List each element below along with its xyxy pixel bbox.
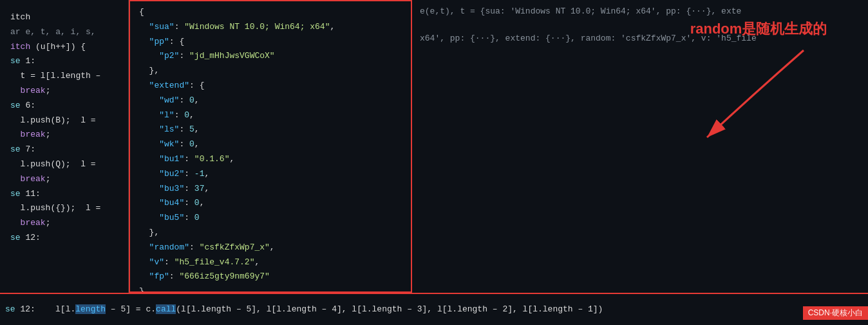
call-highlight: call bbox=[156, 304, 176, 314]
code-line: ar e, t, a, i, s, bbox=[8, 25, 120, 40]
json-line: "sua": "Windows NT 10.0; Win64; x64", bbox=[137, 20, 404, 35]
json-line: "ls": 5, bbox=[137, 123, 404, 137]
length-highlight-1: length bbox=[75, 304, 106, 314]
code-line: se 7: bbox=[8, 143, 120, 157]
json-line: "bu1": "0.1.6", bbox=[137, 152, 404, 167]
code-line: break; bbox=[8, 84, 120, 99]
json-content: { "sua": "Windows NT 10.0; Win64; x64", … bbox=[129, 0, 412, 304]
code-line: se 6: bbox=[8, 99, 120, 113]
code-line: itch (u[h++]) { bbox=[8, 40, 120, 55]
json-line: "fp": "666iz5gty9nm69y7" bbox=[137, 270, 404, 284]
json-line: "wd": 0, bbox=[137, 94, 404, 108]
json-line: "p2": "jd_mHhJwsVGWCoX" bbox=[137, 49, 404, 64]
annotation-text: random是随机生成的 bbox=[688, 19, 829, 39]
left-panel: itch ar e, t, a, i, s, itch (u[h++]) { s… bbox=[0, 0, 129, 325]
middle-panel: { "sua": "Windows NT 10.0; Win64; x64", … bbox=[129, 0, 412, 325]
json-line: "bu3": 37, bbox=[137, 182, 404, 197]
code-line: break; bbox=[8, 128, 120, 143]
right-panel: random是随机生成的 e(e,t), t = {sua: 'Windows … bbox=[412, 0, 868, 325]
json-line: "wk": 0, bbox=[137, 137, 404, 152]
right-line-1: e(e,t), t = {sua: 'Windows NT 10.0; Win6… bbox=[420, 5, 860, 19]
code-line: break; bbox=[8, 216, 120, 231]
code-line: se 12: bbox=[8, 231, 120, 246]
code-line: se 1: bbox=[8, 54, 120, 69]
main-container: itch ar e, t, a, i, s, itch (u[h++]) { s… bbox=[0, 0, 868, 325]
code-line: l.push({}); l = bbox=[8, 201, 120, 216]
code-line: t = l[l.length – bbox=[8, 69, 120, 84]
left-code: itch ar e, t, a, i, s, itch (u[h++]) { s… bbox=[0, 5, 128, 251]
code-line: break; bbox=[8, 172, 120, 187]
json-line: }, bbox=[137, 226, 404, 241]
json-line: "v": "h5_file_v4.7.2", bbox=[137, 255, 404, 270]
csdn-badge: CSDN·硬核小白 bbox=[803, 306, 868, 320]
json-line: "l": 0, bbox=[137, 108, 404, 123]
code-line: l.push(B); l = bbox=[8, 113, 120, 128]
json-line: "bu5": 0 bbox=[137, 211, 404, 226]
json-line: "bu4": 0, bbox=[137, 196, 404, 211]
bottom-bar: se 12: l[l.length – 5] = c.call(l[l.leng… bbox=[0, 293, 868, 325]
json-line: "extend": { bbox=[137, 79, 404, 94]
json-line: }, bbox=[137, 64, 404, 79]
code-line: itch bbox=[8, 10, 120, 25]
bottom-code: se 12: l[l.length – 5] = c.call(l[l.leng… bbox=[5, 304, 603, 315]
code-line: l.push(Q); l = bbox=[8, 157, 120, 172]
json-line: { bbox=[137, 5, 404, 20]
code-line: se 11: bbox=[8, 187, 120, 202]
json-line: "random": "csfkZfxWp7_x", bbox=[137, 241, 404, 255]
json-line: "bu2": -1, bbox=[137, 167, 404, 182]
annotation-container: random是随机生成的 bbox=[688, 19, 829, 147]
arrow-icon bbox=[688, 44, 829, 147]
json-line: "pp": { bbox=[137, 35, 404, 50]
